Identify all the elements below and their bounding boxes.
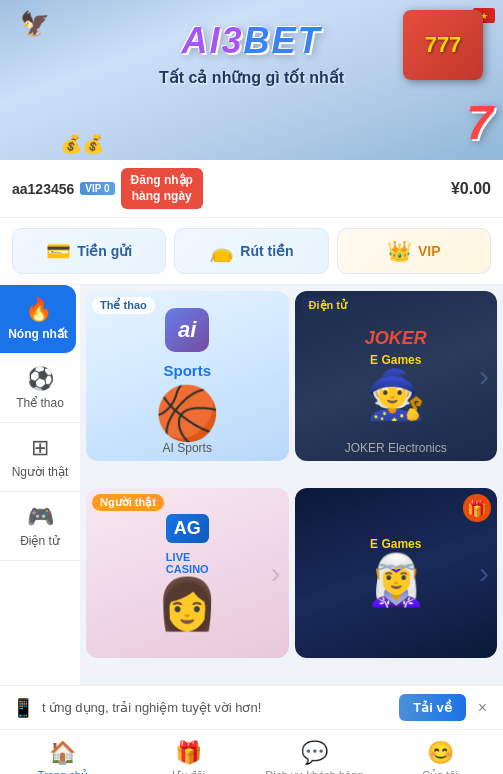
promo-icon: 🎁	[175, 740, 202, 766]
casino-girl-icon: 👩	[156, 575, 218, 633]
electronic-icon: 🎮	[4, 504, 76, 530]
ai-sports-name: AI Sports	[86, 441, 289, 455]
joker-name: JOKER Electronics	[295, 441, 498, 455]
game-grid: Thể thao ai Sports 🏀 AI Sports › Điện tử…	[80, 285, 503, 685]
app-download-bar: 📱 t ứng dụng, trải nghiệm tuyệt vời hơn!…	[0, 685, 503, 729]
bottom-nav: 🏠 Trang chủ 🎁 Ưu đãi 💬 Dịch vụ khách hàn…	[0, 729, 503, 774]
sidebar-label-electronic: Điện tử	[20, 534, 60, 548]
sidebar: 🔥 Nóng nhất ⚽ Thể thao ⊞ Người thật 🎮 Đi…	[0, 285, 80, 685]
banner-coins: 💰💰	[60, 133, 104, 155]
deposit-label: Tiền gửi	[77, 243, 132, 259]
sidebar-label-live: Người thật	[12, 465, 69, 479]
nav-item-service[interactable]: 💬 Dịch vụ khách hàng	[252, 736, 378, 774]
live-icon: ⊞	[4, 435, 76, 461]
joker-logo: JOKER	[365, 328, 427, 349]
download-button[interactable]: Tải về	[399, 694, 465, 721]
nav-item-profile[interactable]: 😊 Của tôi	[377, 736, 503, 774]
joker-character-icon: 🧙	[366, 367, 426, 423]
deposit-icon: 💳	[46, 239, 71, 263]
nav-label-home: Trang chủ	[38, 769, 88, 774]
banner-seven: 7	[466, 95, 493, 150]
basketball-player-icon: 🏀	[155, 383, 220, 444]
sidebar-item-sports[interactable]: ⚽ Thể thao	[0, 354, 80, 423]
vip-label: VIP	[418, 243, 441, 259]
username: aa123456	[12, 181, 74, 197]
sidebar-label-hot: Nóng nhất	[8, 327, 68, 341]
nav-label-profile: Của tôi	[422, 769, 458, 774]
card-arrows-2: ›	[479, 359, 489, 393]
game-card-joker[interactable]: Điện tử JOKER E Games 🧙 JOKER Electronic…	[295, 291, 498, 461]
ag-logo: AG	[166, 514, 209, 543]
card-arrows-1: ›	[271, 359, 281, 393]
sports-icon: ⚽	[4, 366, 76, 392]
vip-badge: VIP 0	[80, 182, 114, 195]
gift-badge: 🎁	[463, 494, 491, 522]
ai-logo: ai	[165, 308, 209, 352]
app-bar-text: t ứng dụng, trải nghiệm tuyệt vời hơn!	[42, 700, 391, 715]
nav-item-home[interactable]: 🏠 Trang chủ	[0, 736, 126, 774]
sidebar-item-electronic[interactable]: 🎮 Điện tử	[0, 492, 80, 561]
live-badge: Người thật	[92, 494, 164, 511]
deposit-button[interactable]: 💳 Tiền gửi	[12, 228, 166, 274]
card-arrows-3: ›	[271, 556, 281, 590]
sports-badge: Thể thao	[92, 297, 155, 314]
close-app-bar-button[interactable]: ×	[474, 695, 491, 721]
warrior-icon: 🧝‍♀️	[365, 551, 427, 609]
game-card-ai-sports[interactable]: Thể thao ai Sports 🏀 AI Sports ›	[86, 291, 289, 461]
sidebar-label-sports: Thể thao	[16, 396, 64, 410]
vip-icon: 👑	[387, 239, 412, 263]
live-casino-label: LIVECASINO	[166, 551, 209, 575]
egames-badge: Điện tử	[301, 297, 355, 314]
withdraw-button[interactable]: 👝 Rút tiền	[174, 228, 328, 274]
banner-slot: 777	[403, 10, 483, 80]
account-bar: aa123456 VIP 0 Đăng nhập hàng ngày ¥0.00	[0, 160, 503, 218]
daily-login-button[interactable]: Đăng nhập hàng ngày	[121, 168, 203, 209]
account-left: aa123456 VIP 0 Đăng nhập hàng ngày	[12, 168, 203, 209]
egames-label-1: E Games	[370, 353, 421, 367]
egames-label-2: E Games	[370, 537, 421, 551]
fire-icon: 🔥	[4, 297, 72, 323]
service-icon: 💬	[301, 740, 328, 766]
banner-birds: 🦅	[20, 10, 50, 38]
mobile-icon: 📱	[12, 697, 34, 719]
balance-display: ¥0.00	[451, 180, 491, 198]
banner-subtitle: Tất cả những gì tốt nhất	[159, 68, 344, 87]
sidebar-item-hot[interactable]: 🔥 Nóng nhất	[0, 285, 76, 354]
banner-title: AI3BET	[181, 20, 321, 62]
vip-button[interactable]: 👑 VIP	[337, 228, 491, 274]
sports-title: Sports	[163, 362, 211, 379]
nav-label-service: Dịch vụ khách hàng	[265, 769, 363, 774]
banner: 🦅 AI3BET Tất cả những gì tốt nhất 777 7 …	[0, 0, 503, 160]
game-card-game2[interactable]: 🎁 E Games 🧝‍♀️ ›	[295, 488, 498, 658]
nav-item-promo[interactable]: 🎁 Ưu đãi	[126, 736, 252, 774]
card-arrows-4: ›	[479, 556, 489, 590]
withdraw-icon: 👝	[209, 239, 234, 263]
withdraw-label: Rút tiền	[240, 243, 293, 259]
sidebar-item-live[interactable]: ⊞ Người thật	[0, 423, 80, 492]
action-bar: 💳 Tiền gửi 👝 Rút tiền 👑 VIP	[0, 218, 503, 285]
home-icon: 🏠	[49, 740, 76, 766]
game-card-ag-casino[interactable]: Người thật AG LIVECASINO 👩 ›	[86, 488, 289, 658]
nav-label-promo: Ưu đãi	[172, 769, 205, 774]
main-content: 🔥 Nóng nhất ⚽ Thể thao ⊞ Người thật 🎮 Đi…	[0, 285, 503, 685]
profile-icon: 😊	[427, 740, 454, 766]
